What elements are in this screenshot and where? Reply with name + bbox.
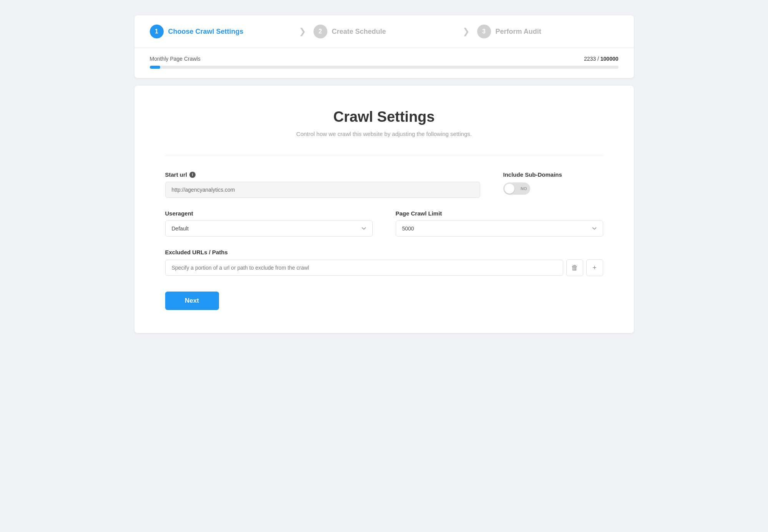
useragent-group: Useragent Default Googlebot Bingbot Cust… — [165, 210, 373, 237]
arrow-2: ❯ — [463, 27, 469, 36]
crawl-limit-group: Page Crawl Limit 500 1000 2500 5000 1000… — [396, 210, 603, 237]
subdomains-label: Include Sub-Domains — [503, 171, 603, 178]
main-card: Crawl Settings Control how we crawl this… — [134, 86, 634, 333]
step-3-circle: 3 — [477, 25, 491, 38]
crawl-bar-header: Monthly Page Crawls 2233 / 100000 — [150, 56, 619, 62]
page-wrapper: 1 Choose Crawl Settings ❯ 2 Create Sched… — [134, 15, 634, 333]
toggle-knob — [504, 184, 514, 194]
step-2-label: Create Schedule — [332, 28, 386, 36]
start-url-group: Start url i — [165, 171, 480, 198]
toggle-text: NO — [521, 186, 527, 191]
progress-fill — [150, 66, 160, 69]
step-2[interactable]: 2 Create Schedule — [314, 25, 455, 38]
crawl-bar-section: Monthly Page Crawls 2233 / 100000 — [134, 48, 634, 78]
arrow-1: ❯ — [299, 27, 306, 36]
divider — [165, 156, 603, 156]
plus-icon: + — [592, 264, 597, 272]
start-url-label: Start url i — [165, 171, 480, 178]
toggle-wrapper: NO — [503, 182, 603, 195]
wizard-steps: 1 Choose Crawl Settings ❯ 2 Create Sched… — [134, 15, 634, 48]
useragent-label: Useragent — [165, 210, 373, 217]
crawl-bar-label: Monthly Page Crawls — [150, 56, 201, 62]
step-1-label: Choose Crawl Settings — [168, 28, 244, 36]
step-1[interactable]: 1 Choose Crawl Settings — [150, 25, 291, 38]
excluded-urls-label: Excluded URLs / Paths — [165, 249, 603, 255]
trash-icon: 🗑 — [571, 264, 578, 272]
page-subtitle: Control how we crawl this website by adj… — [165, 131, 603, 137]
excluded-urls-input[interactable] — [165, 260, 563, 276]
add-excluded-button[interactable]: + — [586, 259, 603, 276]
crawl-bar-value: 2233 / 100000 — [584, 56, 619, 62]
crawl-limit-select[interactable]: 500 1000 2500 5000 10000 25000 50000 100… — [396, 220, 603, 237]
subdomains-toggle[interactable]: NO — [503, 182, 530, 195]
delete-excluded-button[interactable]: 🗑 — [566, 259, 583, 276]
step-3-label: Perform Audit — [496, 28, 541, 36]
subdomains-group: Include Sub-Domains NO — [503, 171, 603, 195]
crawl-max: 100000 — [600, 56, 619, 62]
step-3[interactable]: 3 Perform Audit — [477, 25, 619, 38]
top-card: 1 Choose Crawl Settings ❯ 2 Create Sched… — [134, 15, 634, 78]
url-subdomains-row: Start url i Include Sub-Domains NO — [165, 171, 603, 198]
useragent-select[interactable]: Default Googlebot Bingbot Custom — [165, 220, 373, 237]
page-title: Crawl Settings — [165, 109, 603, 125]
start-url-input[interactable] — [165, 182, 480, 198]
progress-track — [150, 66, 619, 69]
step-1-circle: 1 — [150, 25, 164, 38]
useragent-crawllimit-row: Useragent Default Googlebot Bingbot Cust… — [165, 210, 603, 237]
start-url-info-icon[interactable]: i — [189, 172, 196, 178]
crawl-current: 2233 / — [584, 56, 600, 62]
crawl-limit-label: Page Crawl Limit — [396, 210, 603, 217]
step-2-circle: 2 — [314, 25, 327, 38]
next-button[interactable]: Next — [165, 292, 219, 310]
excluded-urls-row: 🗑 + — [165, 259, 603, 276]
excluded-urls-group: Excluded URLs / Paths 🗑 + — [165, 249, 603, 276]
